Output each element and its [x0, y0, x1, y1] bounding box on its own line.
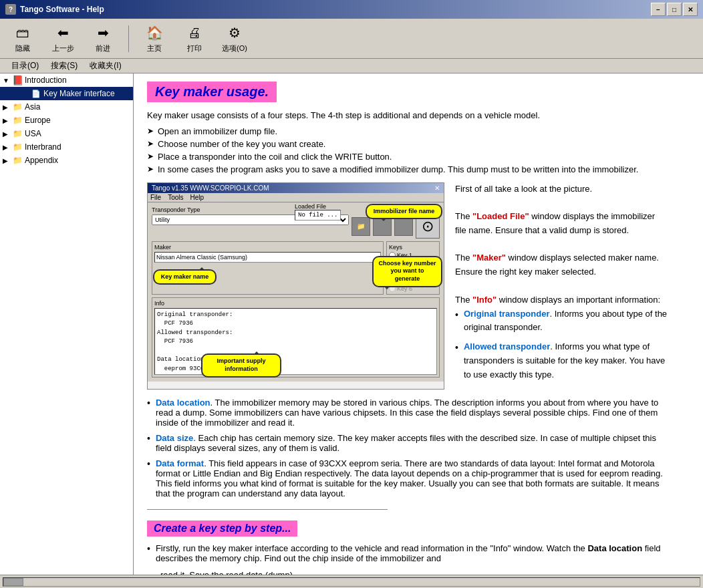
tree-toggle-asia[interactable]: ▶: [3, 104, 12, 111]
key-bubble: Choose key number you want to generate: [372, 256, 442, 287]
tree-toggle-europe[interactable]: ▶: [3, 117, 12, 124]
tree-toggle-appendix[interactable]: ▶: [3, 157, 12, 164]
folder-icon-interbrand: 📁: [12, 142, 23, 152]
sidebar-label-keymaker: Key Maker interface: [43, 89, 115, 98]
loaded-file-value: No file ...: [295, 210, 341, 220]
menu-bar: 目录(O) 搜索(S) 收藏夹(I): [0, 59, 703, 74]
section2-title: Create a key step by step...: [147, 521, 297, 537]
scrollbar-thumb[interactable]: [3, 578, 23, 586]
immobilizer-bubble: Immobilizer file name: [366, 204, 442, 220]
tree-toggle-usa[interactable]: ▶: [3, 130, 12, 138]
sidebar-item-introduction[interactable]: ▼ 📕 Introduction: [0, 74, 133, 87]
data-format-item: Data format. This field appears in case …: [147, 458, 668, 498]
app-icon: ?: [5, 4, 16, 15]
forward-button[interactable]: ➡ 前进: [86, 21, 120, 56]
step-2: Choose number of the key you want create…: [147, 139, 668, 149]
step-4-text: In some cases the program asks you to sa…: [158, 164, 638, 174]
loaded-file-term: "Loaded File": [472, 211, 529, 221]
title-bar-left: ? Tango Software - Help: [5, 4, 104, 15]
data-size-item: Data size. Each chip has certain memory …: [147, 433, 668, 453]
menu-search[interactable]: 搜索(S): [45, 58, 84, 74]
tree-toggle-interbrand[interactable]: ▶: [3, 144, 12, 151]
main-layout: ▼ 📕 Introduction 📄 Key Maker interface ▶…: [0, 74, 703, 575]
forward-label: 前进: [96, 43, 110, 53]
sidebar-item-appendix[interactable]: ▶ 📁 Appendix: [0, 154, 133, 167]
maximize-button[interactable]: □: [667, 3, 682, 16]
hide-button[interactable]: 🗃 隐藏: [5, 21, 40, 56]
bubble-tail-immob: [380, 218, 387, 225]
book-icon: 📕: [12, 75, 23, 86]
options-button[interactable]: ⚙ 选项(O): [217, 21, 252, 56]
loaded-file-area: Loaded File No file ...: [295, 203, 341, 220]
intro-text: Key maker usage consists of a four steps…: [147, 109, 668, 122]
keys-label: Keys: [389, 244, 437, 251]
sidebar-label-usa: USA: [25, 129, 41, 138]
key-bubble-text: Choose key number you want to generate: [378, 260, 436, 282]
window-controls: − □ ✕: [651, 3, 698, 16]
menu-toc[interactable]: 目录(O): [5, 58, 45, 74]
maker-bubble-text: Key maker name: [161, 273, 209, 280]
title-bar: ? Tango Software - Help − □ ✕: [0, 0, 703, 19]
data-location-bold: Data location: [587, 543, 642, 553]
tango-body: Transponder Type Utility 📁 ⊙: [148, 202, 444, 382]
options-label: 选项(O): [222, 43, 247, 53]
tango-icon-1: 📁: [352, 217, 370, 236]
tango-screenshot: Tango v1.35 WWW.SCORPIO-LK.COM ✕ File To…: [147, 182, 444, 390]
folder-icon-asia: 📁: [12, 102, 23, 112]
minimize-button[interactable]: −: [651, 3, 666, 16]
window-title: Tango Software - Help: [20, 5, 104, 14]
caption-loaded-file: The "Loaded File" window displays the im…: [455, 210, 668, 238]
loaded-file-label: Loaded File: [295, 203, 341, 210]
sidebar-label-interbrand: Interbrand: [25, 142, 61, 152]
content-area[interactable]: Key maker usage. Key maker usage consist…: [134, 74, 703, 575]
back-label: 上一步: [52, 43, 74, 53]
tango-menu-help: Help: [190, 194, 204, 201]
tango-menubar: File Tools Help: [148, 193, 444, 202]
horizontal-scrollbar[interactable]: [3, 577, 700, 587]
tango-title: Tango v1.35 WWW.SCORPIO-LK.COM: [152, 184, 269, 192]
sidebar-item-keymaker[interactable]: 📄 Key Maker interface: [0, 87, 133, 100]
sidebar-item-asia[interactable]: ▶ 📁 Asia: [0, 100, 133, 114]
section2-step-1: Firstly, run the key maker interface acc…: [147, 543, 668, 563]
hide-label: 隐藏: [15, 43, 30, 53]
home-button[interactable]: 🏠 主页: [137, 21, 172, 56]
menu-favorites[interactable]: 收藏夹(I): [84, 58, 127, 74]
tango-info-section-outer: Info Original transponder: PCF 7936 Allo…: [152, 297, 440, 378]
print-label: 打印: [187, 43, 202, 53]
print-icon: 🖨: [185, 23, 204, 42]
status-bar: [0, 575, 703, 588]
step-3-text: Place a transponder into the coil and cl…: [158, 152, 392, 162]
allowed-transponder-note: Allowed transponder. Informs you what ty…: [455, 340, 668, 382]
info-text: Original transponder: PCF 7936 Allowed t…: [157, 311, 434, 375]
screenshot-area: Tango v1.35 WWW.SCORPIO-LK.COM ✕ File To…: [147, 182, 668, 390]
tree-toggle-introduction[interactable]: ▼: [3, 77, 12, 84]
sidebar-label-introduction: Introduction: [25, 76, 67, 85]
tango-icon-3: [394, 217, 413, 236]
section2-title-container: Create a key step by step...: [147, 521, 668, 543]
sidebar-item-interbrand[interactable]: ▶ 📁 Interbrand: [0, 140, 133, 154]
info-label: Info: [154, 300, 437, 307]
home-icon: 🏠: [145, 23, 164, 42]
maker-value: Nissan Almera Classic (Samsung): [154, 252, 381, 263]
info-note: window displays an important information…: [499, 295, 660, 305]
step-1-text: Open an immobilizer dump file.: [158, 126, 277, 136]
print-button[interactable]: 🖨 打印: [177, 21, 212, 56]
home-label: 主页: [147, 43, 162, 53]
immobilizer-bubble-text: Immobilizer file name: [374, 208, 435, 214]
data-location-term: Data location: [156, 398, 210, 408]
allowed-transponder-term: Allowed transponder: [464, 341, 550, 351]
hide-icon: 🗃: [13, 23, 32, 42]
step-1: Open an immobilizer dump file.: [147, 126, 668, 136]
sidebar-item-europe[interactable]: ▶ 📁 Europe: [0, 114, 133, 127]
sidebar: ▼ 📕 Introduction 📄 Key Maker interface ▶…: [0, 74, 134, 575]
sidebar-item-usa[interactable]: ▶ 📁 USA: [0, 127, 133, 140]
close-button[interactable]: ✕: [683, 3, 698, 16]
info-term: "Info": [472, 295, 497, 305]
caption-maker: The "Maker" window displays selected mak…: [455, 251, 668, 279]
back-button[interactable]: ⬅ 上一步: [45, 21, 80, 56]
steps-list: Open an immobilizer dump file. Choose nu…: [147, 126, 668, 174]
step-2-text: Choose number of the key you want create…: [158, 139, 325, 149]
tango-titlebar: Tango v1.35 WWW.SCORPIO-LK.COM ✕: [148, 183, 444, 193]
section2-step-2: read it. Save the read data (dump).: [147, 569, 668, 575]
maker-label: Maker: [154, 244, 381, 251]
